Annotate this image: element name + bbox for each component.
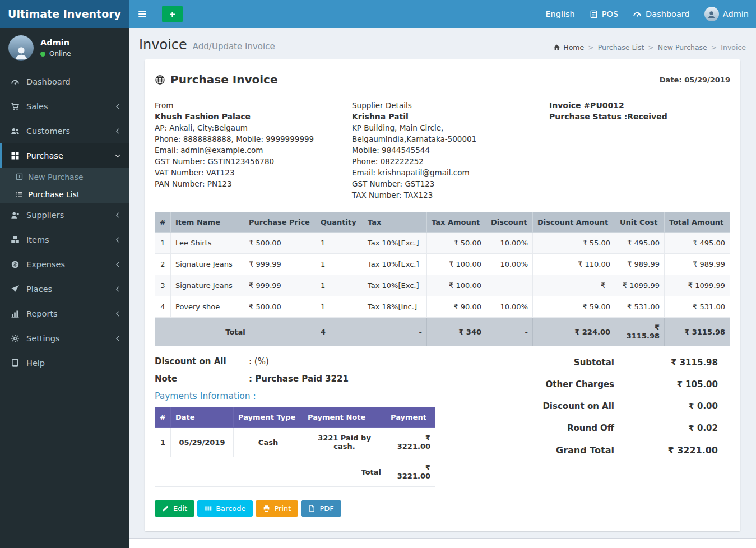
grand-total-value: ₹ 3221.00	[614, 445, 718, 456]
sidebar-item-help[interactable]: Help	[0, 351, 129, 375]
chevron-left-icon	[114, 103, 121, 110]
page-subtitle: Add/Update Invoice	[193, 41, 275, 52]
pos-label: POS	[602, 10, 618, 18]
note-value: : Purchase Paid 3221	[249, 374, 349, 384]
sidebar-item-expenses[interactable]: Expenses	[0, 252, 129, 277]
item-row: 2 Signature Jeans ₹ 999.99 1 Tax 10%[Exc…	[155, 254, 730, 275]
app-title: Ultimate Inventory	[8, 8, 121, 20]
sidebar-item-label: Purchase List	[28, 190, 80, 199]
sidebar-item-sales[interactable]: Sales	[0, 94, 129, 119]
cell: Tax 10%[Exc.]	[363, 233, 427, 254]
edit-icon	[162, 505, 169, 512]
sidebar-item-customers[interactable]: Customers	[0, 119, 129, 143]
cell: ₹ 100.00	[427, 275, 486, 296]
item-row: 1 Lee Shirts ₹ 500.00 1 Tax 10%[Exc.] ₹ …	[155, 233, 730, 254]
cell: ₹ 500.00	[244, 296, 316, 318]
sidebar-item-new-purchase[interactable]: New Purchase	[0, 168, 129, 185]
breadcrumb-new-purchase[interactable]: New Purchase	[658, 43, 707, 52]
pdf-button[interactable]: PDF	[301, 500, 341, 517]
items-table: # Item Name Purchase Price Quantity Tax …	[155, 212, 730, 346]
sidebar-item-purchase[interactable]: Purchase	[0, 143, 129, 168]
pos-link[interactable]: POS	[582, 0, 625, 28]
supplier-gst: GST Number: GST123	[352, 178, 549, 189]
grand-total-label: Grand Total	[556, 445, 614, 456]
sidebar-item-items[interactable]: Items	[0, 227, 129, 252]
breadcrumb-purchase-list[interactable]: Purchase List	[598, 43, 644, 52]
breadcrumb-separator: >	[711, 43, 717, 52]
sidebar-avatar	[8, 35, 34, 61]
user-plus-icon	[9, 211, 21, 220]
online-status-label: Online	[49, 50, 71, 58]
summary-discount-label: Discount on All	[542, 401, 614, 411]
cell: ₹ 1099.99	[615, 275, 665, 296]
invoice-title: Purchase Invoice	[155, 73, 278, 86]
breadcrumb-home-label: Home	[563, 43, 584, 52]
dashboard-link[interactable]: Dashboard	[625, 0, 697, 28]
sidebar-item-label: Reports	[26, 309, 58, 318]
col-header-discount: Discount	[486, 212, 533, 233]
cell: ₹ 59.00	[533, 296, 615, 318]
cell: Lee Shirts	[171, 233, 244, 254]
summary-discount-value: ₹ 0.00	[614, 401, 718, 411]
sidebar: Admin Online Dashboard Sales Customers P…	[0, 28, 129, 548]
breadcrumb-home[interactable]: Home	[553, 43, 584, 52]
payments-total-label: Total	[155, 457, 386, 487]
sidebar-item-settings[interactable]: Settings	[0, 326, 129, 351]
notes-payments-block: Discount on All : (%) Note : Purchase Pa…	[155, 356, 477, 487]
print-button[interactable]: Print	[256, 500, 298, 517]
invoice-date: Date: 05/29/2019	[660, 76, 730, 84]
sidebar-menu: Dashboard Sales Customers Purchase New P…	[0, 69, 129, 375]
plus-square-icon	[14, 173, 24, 180]
barcode-button[interactable]: Barcode	[197, 500, 253, 517]
sidebar-item-label: Suppliers	[26, 211, 64, 220]
sidebar-item-label: Dashboard	[26, 77, 71, 86]
sidebar-item-suppliers[interactable]: Suppliers	[0, 203, 129, 227]
supplier-email: Email: krishnapatil@gmail.com	[352, 167, 549, 178]
page-title-text: Invoice	[139, 37, 187, 53]
item-row: 4 Povery shoe ₹ 500.00 1 Tax 18%[Inc.] ₹…	[155, 296, 730, 318]
content-header: Invoice Add/Update Invoice Home > Purcha…	[139, 36, 746, 57]
cell: ₹ 90.00	[427, 296, 486, 318]
subtotal-value: ₹ 3115.98	[614, 357, 718, 368]
sidebar-user-panel: Admin Online	[0, 28, 129, 68]
sidebar-item-label: Purchase	[26, 151, 63, 160]
content: Invoice Add/Update Invoice Home > Purcha…	[129, 28, 756, 531]
cell: ₹ -	[533, 275, 615, 296]
cell: ₹ 100.00	[427, 254, 486, 275]
menu-icon	[137, 9, 147, 19]
round-off-value: ₹ 0.02	[614, 423, 718, 433]
cell: ₹ 500.00	[244, 233, 316, 254]
below-table-section: Discount on All : (%) Note : Purchase Pa…	[155, 356, 730, 487]
invoice-number: Invoice #PU0012	[549, 100, 730, 111]
sidebar-toggle-button[interactable]	[129, 0, 156, 28]
breadcrumb-current: Invoice	[721, 43, 746, 52]
cell: ₹ 55.00	[533, 233, 615, 254]
cell: ₹ 1099.99	[665, 275, 730, 296]
cubes-icon	[9, 235, 21, 244]
quick-add-button[interactable]	[162, 6, 183, 22]
sidebar-item-label: Places	[26, 285, 52, 294]
summary-row-other-charges: Other Charges ₹ 105.00	[477, 379, 718, 389]
col-header-tax-amount: Tax Amount	[427, 212, 486, 233]
sidebar-item-places[interactable]: Places	[0, 277, 129, 301]
barcode-button-label: Barcode	[216, 504, 245, 513]
edit-button[interactable]: Edit	[155, 500, 194, 517]
sidebar-item-reports[interactable]: Reports	[0, 301, 129, 326]
main-area: Invoice Add/Update Invoice Home > Purcha…	[129, 0, 756, 548]
breadcrumb-separator: >	[648, 43, 653, 52]
language-menu[interactable]: English	[538, 0, 582, 28]
sidebar-item-purchase-list[interactable]: Purchase List	[0, 185, 129, 203]
cell: ₹ 50.00	[427, 233, 486, 254]
app-logo[interactable]: Ultimate Inventory	[0, 0, 129, 28]
globe-icon	[155, 75, 165, 85]
from-block: From Khush Fashion Palace AP: Ankali, Ci…	[155, 100, 352, 201]
sidebar-item-dashboard[interactable]: Dashboard	[0, 69, 129, 94]
discount-on-all-label: Discount on All	[155, 356, 249, 366]
cell: ₹ 531.00	[665, 296, 730, 318]
cell: 05/29/2019	[171, 428, 234, 457]
user-menu[interactable]: Admin	[697, 0, 756, 28]
cart-icon	[9, 102, 21, 111]
col-header-unit-cost: Unit Cost	[615, 212, 665, 233]
print-icon	[263, 505, 270, 512]
sidebar-item-label: Items	[26, 235, 49, 244]
